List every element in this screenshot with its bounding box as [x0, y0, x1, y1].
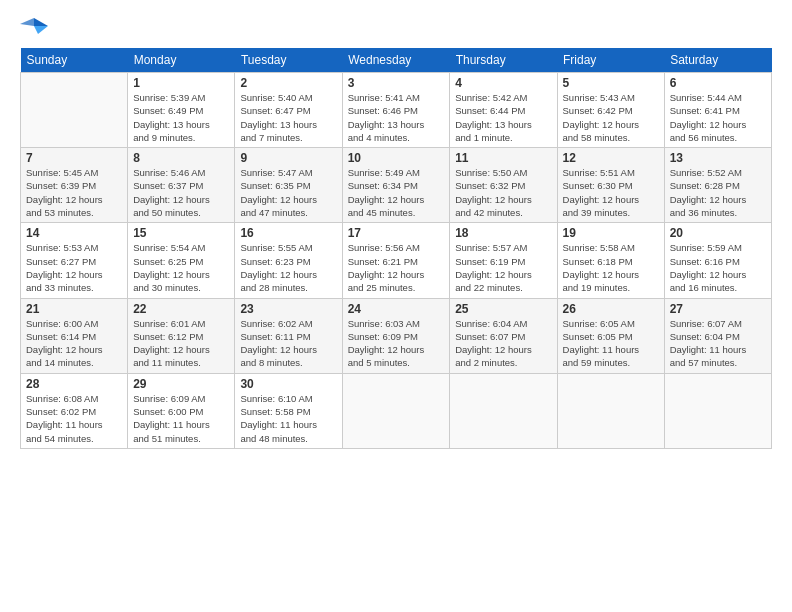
calendar-cell: 11Sunrise: 5:50 AM Sunset: 6:32 PM Dayli… [450, 148, 557, 223]
header-cell-thursday: Thursday [450, 48, 557, 73]
header-cell-friday: Friday [557, 48, 664, 73]
calendar-cell: 16Sunrise: 5:55 AM Sunset: 6:23 PM Dayli… [235, 223, 342, 298]
calendar-cell: 12Sunrise: 5:51 AM Sunset: 6:30 PM Dayli… [557, 148, 664, 223]
day-info: Sunrise: 5:49 AM Sunset: 6:34 PM Dayligh… [348, 166, 445, 219]
day-info: Sunrise: 5:50 AM Sunset: 6:32 PM Dayligh… [455, 166, 551, 219]
day-info: Sunrise: 6:02 AM Sunset: 6:11 PM Dayligh… [240, 317, 336, 370]
calendar-cell: 2Sunrise: 5:40 AM Sunset: 6:47 PM Daylig… [235, 73, 342, 148]
header-cell-wednesday: Wednesday [342, 48, 450, 73]
day-number: 23 [240, 302, 336, 316]
day-info: Sunrise: 5:40 AM Sunset: 6:47 PM Dayligh… [240, 91, 336, 144]
day-number: 8 [133, 151, 229, 165]
calendar-cell: 13Sunrise: 5:52 AM Sunset: 6:28 PM Dayli… [664, 148, 771, 223]
calendar-cell: 18Sunrise: 5:57 AM Sunset: 6:19 PM Dayli… [450, 223, 557, 298]
day-info: Sunrise: 5:51 AM Sunset: 6:30 PM Dayligh… [563, 166, 659, 219]
day-number: 5 [563, 76, 659, 90]
calendar-cell: 21Sunrise: 6:00 AM Sunset: 6:14 PM Dayli… [21, 298, 128, 373]
day-info: Sunrise: 5:44 AM Sunset: 6:41 PM Dayligh… [670, 91, 766, 144]
svg-marker-1 [34, 26, 48, 34]
day-info: Sunrise: 6:05 AM Sunset: 6:05 PM Dayligh… [563, 317, 659, 370]
day-number: 26 [563, 302, 659, 316]
day-number: 7 [26, 151, 122, 165]
day-number: 1 [133, 76, 229, 90]
header-cell-sunday: Sunday [21, 48, 128, 73]
day-info: Sunrise: 5:45 AM Sunset: 6:39 PM Dayligh… [26, 166, 122, 219]
day-number: 9 [240, 151, 336, 165]
day-info: Sunrise: 5:42 AM Sunset: 6:44 PM Dayligh… [455, 91, 551, 144]
day-info: Sunrise: 6:09 AM Sunset: 6:00 PM Dayligh… [133, 392, 229, 445]
svg-marker-0 [34, 18, 48, 26]
calendar-cell: 4Sunrise: 5:42 AM Sunset: 6:44 PM Daylig… [450, 73, 557, 148]
day-number: 28 [26, 377, 122, 391]
calendar-cell: 14Sunrise: 5:53 AM Sunset: 6:27 PM Dayli… [21, 223, 128, 298]
calendar-cell: 8Sunrise: 5:46 AM Sunset: 6:37 PM Daylig… [128, 148, 235, 223]
day-info: Sunrise: 6:08 AM Sunset: 6:02 PM Dayligh… [26, 392, 122, 445]
header [20, 16, 772, 38]
day-number: 25 [455, 302, 551, 316]
day-info: Sunrise: 5:52 AM Sunset: 6:28 PM Dayligh… [670, 166, 766, 219]
day-number: 29 [133, 377, 229, 391]
calendar-cell: 26Sunrise: 6:05 AM Sunset: 6:05 PM Dayli… [557, 298, 664, 373]
day-number: 19 [563, 226, 659, 240]
day-number: 27 [670, 302, 766, 316]
day-number: 16 [240, 226, 336, 240]
day-info: Sunrise: 6:10 AM Sunset: 5:58 PM Dayligh… [240, 392, 336, 445]
calendar-cell: 7Sunrise: 5:45 AM Sunset: 6:39 PM Daylig… [21, 148, 128, 223]
calendar-cell: 9Sunrise: 5:47 AM Sunset: 6:35 PM Daylig… [235, 148, 342, 223]
day-number: 15 [133, 226, 229, 240]
day-info: Sunrise: 5:41 AM Sunset: 6:46 PM Dayligh… [348, 91, 445, 144]
day-number: 21 [26, 302, 122, 316]
day-info: Sunrise: 5:39 AM Sunset: 6:49 PM Dayligh… [133, 91, 229, 144]
day-info: Sunrise: 6:00 AM Sunset: 6:14 PM Dayligh… [26, 317, 122, 370]
day-info: Sunrise: 5:54 AM Sunset: 6:25 PM Dayligh… [133, 241, 229, 294]
day-info: Sunrise: 6:07 AM Sunset: 6:04 PM Dayligh… [670, 317, 766, 370]
day-info: Sunrise: 5:53 AM Sunset: 6:27 PM Dayligh… [26, 241, 122, 294]
day-number: 10 [348, 151, 445, 165]
svg-marker-2 [20, 18, 34, 26]
day-info: Sunrise: 5:57 AM Sunset: 6:19 PM Dayligh… [455, 241, 551, 294]
calendar-cell: 27Sunrise: 6:07 AM Sunset: 6:04 PM Dayli… [664, 298, 771, 373]
day-number: 14 [26, 226, 122, 240]
calendar-cell: 25Sunrise: 6:04 AM Sunset: 6:07 PM Dayli… [450, 298, 557, 373]
calendar-cell: 10Sunrise: 5:49 AM Sunset: 6:34 PM Dayli… [342, 148, 450, 223]
day-info: Sunrise: 6:01 AM Sunset: 6:12 PM Dayligh… [133, 317, 229, 370]
page-container: SundayMondayTuesdayWednesdayThursdayFrid… [0, 0, 792, 459]
day-info: Sunrise: 6:04 AM Sunset: 6:07 PM Dayligh… [455, 317, 551, 370]
day-number: 4 [455, 76, 551, 90]
day-number: 13 [670, 151, 766, 165]
day-number: 2 [240, 76, 336, 90]
day-info: Sunrise: 5:59 AM Sunset: 6:16 PM Dayligh… [670, 241, 766, 294]
day-number: 6 [670, 76, 766, 90]
calendar-cell [557, 373, 664, 448]
calendar-cell [342, 373, 450, 448]
header-cell-monday: Monday [128, 48, 235, 73]
day-info: Sunrise: 5:47 AM Sunset: 6:35 PM Dayligh… [240, 166, 336, 219]
calendar-cell [664, 373, 771, 448]
calendar-cell: 5Sunrise: 5:43 AM Sunset: 6:42 PM Daylig… [557, 73, 664, 148]
calendar-cell: 20Sunrise: 5:59 AM Sunset: 6:16 PM Dayli… [664, 223, 771, 298]
calendar-cell [450, 373, 557, 448]
day-number: 3 [348, 76, 445, 90]
day-number: 18 [455, 226, 551, 240]
calendar-cell: 22Sunrise: 6:01 AM Sunset: 6:12 PM Dayli… [128, 298, 235, 373]
day-number: 12 [563, 151, 659, 165]
day-info: Sunrise: 5:56 AM Sunset: 6:21 PM Dayligh… [348, 241, 445, 294]
calendar-cell: 6Sunrise: 5:44 AM Sunset: 6:41 PM Daylig… [664, 73, 771, 148]
day-number: 20 [670, 226, 766, 240]
calendar-table: SundayMondayTuesdayWednesdayThursdayFrid… [20, 48, 772, 449]
day-number: 24 [348, 302, 445, 316]
calendar-cell: 3Sunrise: 5:41 AM Sunset: 6:46 PM Daylig… [342, 73, 450, 148]
day-number: 30 [240, 377, 336, 391]
calendar-cell: 30Sunrise: 6:10 AM Sunset: 5:58 PM Dayli… [235, 373, 342, 448]
day-info: Sunrise: 5:43 AM Sunset: 6:42 PM Dayligh… [563, 91, 659, 144]
day-info: Sunrise: 5:55 AM Sunset: 6:23 PM Dayligh… [240, 241, 336, 294]
day-info: Sunrise: 6:03 AM Sunset: 6:09 PM Dayligh… [348, 317, 445, 370]
calendar-cell: 17Sunrise: 5:56 AM Sunset: 6:21 PM Dayli… [342, 223, 450, 298]
calendar-cell: 29Sunrise: 6:09 AM Sunset: 6:00 PM Dayli… [128, 373, 235, 448]
calendar-cell: 1Sunrise: 5:39 AM Sunset: 6:49 PM Daylig… [128, 73, 235, 148]
day-info: Sunrise: 5:46 AM Sunset: 6:37 PM Dayligh… [133, 166, 229, 219]
calendar-cell: 23Sunrise: 6:02 AM Sunset: 6:11 PM Dayli… [235, 298, 342, 373]
header-cell-tuesday: Tuesday [235, 48, 342, 73]
header-row: SundayMondayTuesdayWednesdayThursdayFrid… [21, 48, 772, 73]
logo [20, 16, 52, 38]
